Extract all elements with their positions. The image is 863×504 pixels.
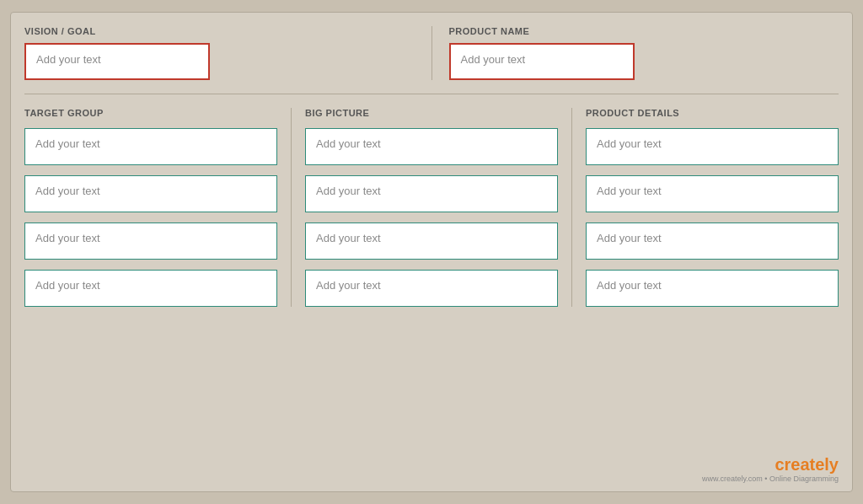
big-picture-box-2[interactable]: Add your text — [305, 175, 558, 212]
vision-placeholder: Add your text — [36, 53, 101, 66]
watermark-logo-dot: e — [815, 455, 824, 474]
product-details-box-1[interactable]: Add your text — [586, 128, 839, 165]
big-picture-label: BIG PICTURE — [305, 108, 558, 118]
big-picture-box-3[interactable]: Add your text — [305, 223, 558, 260]
watermark-url: www.creately.com • Online Diagramming — [702, 475, 839, 483]
watermark-logo: creately — [775, 455, 839, 475]
product-name-placeholder: Add your text — [461, 53, 526, 66]
product-name-label: PRODUCT NAME — [449, 26, 839, 36]
product-name-section: PRODUCT NAME Add your text — [432, 26, 839, 80]
big-picture-box-1[interactable]: Add your text — [305, 128, 558, 165]
big-picture-col: BIG PICTURE Add your text Add your text … — [292, 108, 572, 307]
product-details-box-2[interactable]: Add your text — [586, 175, 839, 212]
target-group-label: TARGET GROUP — [24, 108, 277, 118]
vision-input[interactable]: Add your text — [24, 43, 210, 80]
watermark-logo-end: ly — [824, 455, 839, 474]
product-details-box-4[interactable]: Add your text — [586, 270, 839, 307]
top-section: VISION / GOAL Add your text PRODUCT NAME… — [24, 26, 839, 94]
big-picture-box-4[interactable]: Add your text — [305, 270, 558, 307]
vision-section: VISION / GOAL Add your text — [24, 26, 432, 80]
target-group-box-1[interactable]: Add your text — [24, 128, 277, 165]
watermark-logo-text: creat — [775, 455, 815, 474]
canvas: VISION / GOAL Add your text PRODUCT NAME… — [10, 12, 853, 492]
product-details-box-3[interactable]: Add your text — [586, 223, 839, 260]
product-name-input[interactable]: Add your text — [449, 43, 635, 80]
target-group-box-3[interactable]: Add your text — [24, 223, 277, 260]
watermark: creately www.creately.com • Online Diagr… — [702, 455, 839, 483]
vision-label: VISION / GOAL — [24, 26, 415, 36]
target-group-col: TARGET GROUP Add your text Add your text… — [24, 108, 292, 307]
product-details-label: PRODUCT DETAILS — [586, 108, 839, 118]
product-details-col: PRODUCT DETAILS Add your text Add your t… — [572, 108, 839, 307]
target-group-box-4[interactable]: Add your text — [24, 270, 277, 307]
bottom-section: TARGET GROUP Add your text Add your text… — [24, 94, 839, 307]
target-group-box-2[interactable]: Add your text — [24, 175, 277, 212]
